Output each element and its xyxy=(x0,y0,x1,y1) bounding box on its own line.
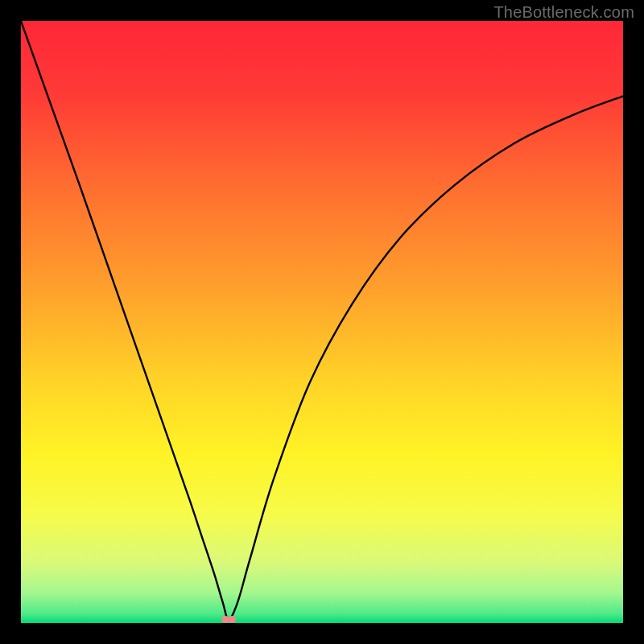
chart-svg xyxy=(21,21,623,623)
chart-frame xyxy=(21,21,623,623)
watermark-text: TheBottleneck.com xyxy=(493,3,634,22)
svg-point-1 xyxy=(228,616,236,623)
chart-gradient-background xyxy=(21,21,623,623)
